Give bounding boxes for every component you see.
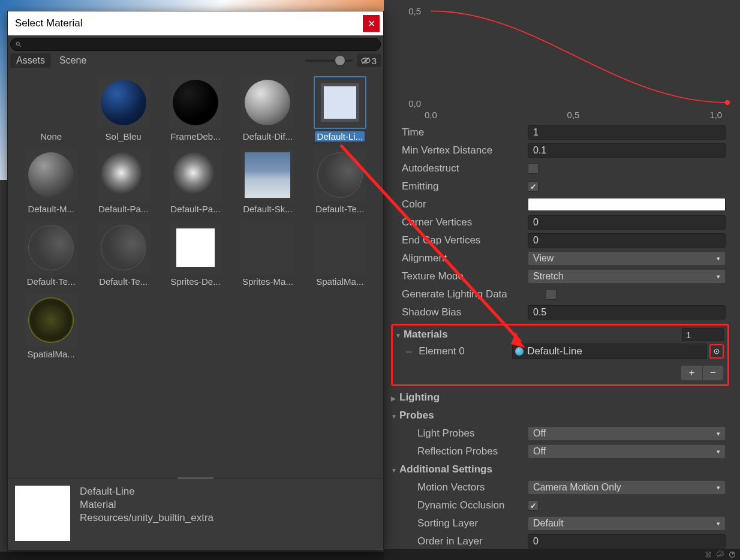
grid-item[interactable]: SpatialMa... bbox=[304, 221, 376, 287]
autodestruct-checkbox[interactable] bbox=[528, 163, 539, 174]
status-bar bbox=[384, 549, 740, 560]
search-icon bbox=[16, 41, 22, 47]
alignment-label: Alignment bbox=[402, 252, 528, 264]
curve-editor[interactable]: 0,5 0,0 bbox=[389, 0, 740, 123]
dynamic-occlusion-label: Dynamic Occlusion bbox=[417, 499, 528, 511]
generate-lighting-data-label: Generate Lighting Data bbox=[402, 288, 546, 300]
tab-scene[interactable]: Scene bbox=[53, 53, 92, 68]
min-vertex-distance-field[interactable]: 0.1 bbox=[528, 143, 726, 158]
bug-icon[interactable] bbox=[704, 550, 712, 559]
chevron-down-icon bbox=[395, 329, 401, 340]
grid-item[interactable]: Default-Pa... bbox=[160, 149, 231, 214]
emitting-label: Emitting bbox=[402, 180, 528, 192]
close-button[interactable]: ✕ bbox=[363, 15, 380, 32]
shadow-bias-field[interactable]: 0.5 bbox=[528, 305, 726, 320]
zoom-thumb[interactable] bbox=[335, 56, 345, 65]
svg-line-1 bbox=[19, 45, 21, 47]
preview-path: Resources/unity_builtin_extra bbox=[80, 512, 213, 524]
chevron-right-icon bbox=[391, 392, 399, 404]
emitting-checkbox[interactable] bbox=[528, 181, 539, 192]
material-slot[interactable]: Default-Line bbox=[512, 344, 707, 359]
materials-section-highlight: Materials ═ Element 0 Default-Line + − bbox=[391, 324, 729, 386]
texture-mode-label: Texture Mode bbox=[402, 270, 528, 282]
lighting-header[interactable]: Lighting bbox=[389, 389, 740, 407]
grid-item[interactable]: Sprites-De... bbox=[160, 221, 231, 287]
materials-size-field[interactable] bbox=[682, 328, 724, 341]
chevron-down-icon bbox=[391, 410, 399, 421]
svg-point-0 bbox=[16, 42, 19, 45]
grid-item[interactable]: Default-M... bbox=[15, 149, 87, 214]
color-label: Color bbox=[402, 198, 528, 210]
generate-lighting-data-checkbox[interactable] bbox=[546, 289, 556, 300]
grid-item[interactable]: Default-Te... bbox=[15, 221, 87, 287]
time-label: Time bbox=[402, 127, 528, 139]
texture-mode-select[interactable]: Stretch bbox=[528, 269, 726, 284]
color-field[interactable] bbox=[528, 198, 726, 211]
grid-item[interactable]: FrameDeb... bbox=[160, 76, 231, 141]
probes-header[interactable]: Probes bbox=[389, 407, 740, 424]
dynamic-occlusion-checkbox[interactable] bbox=[528, 500, 539, 511]
visibility-toggle[interactable]: 3 bbox=[357, 54, 381, 67]
refresh-icon[interactable] bbox=[728, 550, 736, 559]
corner-vertices-field[interactable]: 0 bbox=[528, 215, 726, 230]
preview-thumbnail bbox=[15, 486, 70, 541]
end-cap-vertices-field[interactable]: 0 bbox=[528, 233, 726, 248]
popup-title: Select Material bbox=[15, 17, 82, 29]
materials-header[interactable]: Materials bbox=[394, 328, 724, 341]
preview-bar: Default-Line Material Resources/unity_bu… bbox=[8, 478, 383, 550]
light-probes-label: Light Probes bbox=[417, 427, 528, 439]
motion-vectors-label: Motion Vectors bbox=[417, 481, 528, 493]
sorting-layer-select[interactable]: Default bbox=[528, 516, 726, 531]
end-cap-vertices-label: End Cap Vertices bbox=[402, 234, 528, 246]
grid-item[interactable]: Sol_Bleu bbox=[87, 76, 159, 141]
drag-handle-icon[interactable]: ═ bbox=[406, 347, 411, 356]
inspector-panel: 0,5 0,0 0,0 0,5 1,0 Time1 Min Vertex Dis… bbox=[389, 0, 740, 549]
additional-settings-header[interactable]: Additional Settings bbox=[389, 460, 740, 478]
grid-item[interactable]: Default-Te... bbox=[304, 149, 376, 214]
popup-titlebar[interactable]: Select Material ✕ bbox=[8, 11, 383, 35]
zoom-slider[interactable] bbox=[305, 59, 353, 62]
motion-vectors-select[interactable]: Camera Motion Only bbox=[528, 480, 726, 495]
shadow-bias-label: Shadow Bias bbox=[402, 306, 528, 318]
curve-svg bbox=[425, 0, 740, 123]
object-picker-button[interactable] bbox=[709, 344, 724, 359]
grid-item[interactable]: Default-Pa... bbox=[87, 149, 159, 214]
grid-item-selected[interactable]: Default-Li... bbox=[304, 76, 376, 141]
order-in-layer-field[interactable]: 0 bbox=[528, 534, 726, 549]
preview-name: Default-Line bbox=[80, 486, 213, 498]
chevron-down-icon bbox=[391, 463, 399, 475]
search-input[interactable] bbox=[10, 38, 381, 51]
add-button[interactable]: + bbox=[681, 365, 702, 381]
element-label: Element 0 bbox=[419, 345, 512, 357]
reflection-probes-select[interactable]: Off bbox=[528, 444, 726, 459]
remove-button[interactable]: − bbox=[702, 365, 724, 381]
tab-row: Assets Scene 3 bbox=[8, 52, 383, 69]
autodestruct-label: Autodestruct bbox=[402, 162, 528, 174]
grid-item[interactable]: Default-Dif... bbox=[231, 76, 303, 141]
svg-point-5 bbox=[725, 100, 730, 105]
sorting-layer-label: Sorting Layer bbox=[417, 517, 528, 529]
select-material-popup: Select Material ✕ Assets Scene 3 None So… bbox=[7, 11, 384, 550]
cloud-off-icon[interactable] bbox=[716, 550, 724, 559]
time-field[interactable]: 1 bbox=[528, 125, 726, 140]
grid-item[interactable]: Default-Te... bbox=[87, 221, 159, 287]
grid-item[interactable]: Sprites-Ma... bbox=[231, 221, 303, 287]
min-vertex-distance-label: Min Vertex Distance bbox=[402, 144, 528, 156]
grid-item[interactable]: SpatialMa... bbox=[15, 294, 87, 359]
eye-off-icon bbox=[361, 57, 371, 64]
grid-item[interactable]: Default-Sk... bbox=[231, 149, 303, 214]
grid-item-none[interactable]: None bbox=[15, 76, 87, 141]
alignment-select[interactable]: View bbox=[528, 251, 726, 266]
corner-vertices-label: Corner Vertices bbox=[402, 216, 528, 228]
preview-type: Material bbox=[80, 499, 213, 511]
tab-assets[interactable]: Assets bbox=[10, 53, 51, 68]
reflection-probes-label: Reflection Probes bbox=[417, 445, 528, 457]
svg-point-7 bbox=[716, 351, 717, 352]
order-in-layer-label: Order in Layer bbox=[417, 535, 528, 547]
material-grid: None Sol_Bleu FrameDeb... Default-Dif...… bbox=[8, 69, 383, 369]
light-probes-select[interactable]: Off bbox=[528, 426, 726, 441]
materials-element-row: ═ Element 0 Default-Line bbox=[394, 341, 724, 362]
material-icon bbox=[515, 347, 524, 356]
preview-info: Default-Line Material Resources/unity_bu… bbox=[80, 486, 213, 543]
